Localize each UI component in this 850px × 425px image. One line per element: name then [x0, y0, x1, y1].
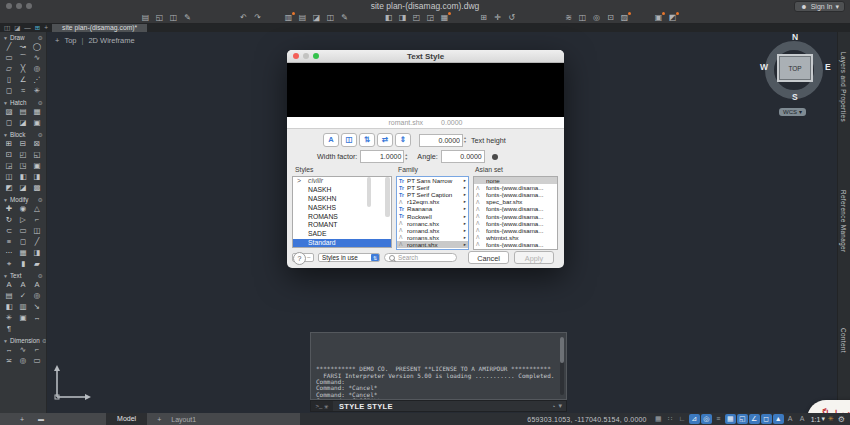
gear-icon[interactable]: ⚙: [38, 99, 43, 106]
width-factor-field[interactable]: 1.0000: [360, 150, 404, 163]
style-list-item[interactable]: ROMANS: [293, 213, 391, 222]
toolbar-icon[interactable]: ◲: [425, 13, 436, 22]
command-input-bar[interactable]: >_ ✳ STYLE STYLE ◔ ▾: [310, 400, 567, 412]
tool-icon[interactable]: ◫: [30, 226, 44, 236]
scrollbar[interactable]: [367, 177, 371, 207]
layouts-list-icon[interactable]: ▬: [38, 416, 44, 422]
dialog-minimize-button[interactable]: [303, 53, 309, 59]
toolbar-icon[interactable]: ↷: [252, 13, 263, 22]
tool-icon[interactable]: ▣: [30, 161, 44, 171]
collapse-arrow-icon[interactable]: ▼: [3, 338, 8, 344]
toolbar-icon[interactable]: ↶: [238, 13, 249, 22]
toolbar-icon[interactable]: ◫: [168, 13, 179, 22]
tabbar-icon[interactable]: —: [24, 24, 31, 32]
tabbar-icon[interactable]: +: [44, 24, 48, 32]
section-text[interactable]: ▼ Text ⚙: [0, 270, 46, 280]
performance-icon[interactable]: ✳: [828, 415, 834, 423]
font-family-item[interactable]: Λ romanc.shx ▸: [397, 220, 468, 227]
tool-icon[interactable]: ◻: [2, 118, 16, 128]
tool-icon[interactable]: ▤: [2, 291, 16, 301]
tool-icon[interactable]: ↔: [30, 313, 44, 323]
asian-set-item[interactable]: none: [474, 177, 557, 184]
toolbar-icon[interactable]: ✎: [339, 13, 350, 22]
tool-icon[interactable]: A: [30, 280, 44, 290]
scrollbar[interactable]: [560, 337, 564, 395]
wcs-dropdown[interactable]: WCS ▾: [779, 108, 806, 116]
tool-icon[interactable]: ▭: [16, 226, 30, 236]
tool-icon[interactable]: ◯: [30, 42, 44, 52]
palette-tab[interactable]: Reference Manager: [840, 190, 847, 252]
style-list-item[interactable]: NASKHN: [293, 195, 391, 204]
toolbar-icon[interactable]: ◩: [667, 13, 678, 22]
gear-icon[interactable]: ⚙: [42, 337, 47, 344]
status-toggle-icon[interactable]: ⊿: [689, 414, 700, 424]
palette-tab[interactable]: Layers and Properties: [840, 52, 847, 122]
tool-icon[interactable]: ▭: [2, 53, 16, 63]
status-toggle-icon[interactable]: A: [797, 414, 808, 424]
asian-set-item[interactable]: Λ spec_bar.shx: [474, 198, 557, 205]
asian-set-item[interactable]: Λ fonts-(www.disama...: [474, 212, 557, 219]
viewport-view-label[interactable]: Top: [64, 36, 76, 45]
section-modify[interactable]: ▼ Modify ⚙: [0, 194, 46, 204]
gear-icon[interactable]: ⚙: [38, 196, 43, 203]
tool-icon[interactable]: ◱: [30, 150, 44, 160]
tool-icon[interactable]: ▰: [30, 259, 44, 269]
command-history-window[interactable]: *********** DEMO CO. PRESENT **LICENSE T…: [310, 332, 567, 400]
stepper-control[interactable]: ▴▾: [405, 153, 407, 161]
status-toggle-icon[interactable]: ◎: [701, 414, 712, 424]
tool-icon[interactable]: ✓: [16, 291, 30, 301]
compass-east[interactable]: E: [825, 62, 831, 72]
tool-icon[interactable]: ◎: [16, 356, 30, 366]
tool-icon[interactable]: ↻: [2, 215, 16, 225]
toolbar-icon[interactable]: ↺: [506, 13, 517, 22]
tool-icon[interactable]: ✳: [2, 313, 16, 323]
tool-icon[interactable]: ▱: [2, 64, 16, 74]
toolbar-icon[interactable]: ◧: [383, 13, 394, 22]
tool-icon[interactable]: ▦: [16, 248, 30, 258]
font-family-item[interactable]: Tr PT Sans Narrow ▸: [397, 177, 468, 184]
toolbar-icon[interactable]: ▨: [619, 13, 630, 22]
asian-set-item[interactable]: Λ fonts-(www.disama...: [474, 227, 557, 234]
tool-icon[interactable]: ◰: [16, 150, 30, 160]
style-list-item[interactable]: >civilir: [293, 177, 391, 186]
sign-in-button[interactable]: ☻ Sign In ▾: [794, 1, 845, 12]
style-toggle-button[interactable]: ⇅: [359, 133, 375, 147]
tool-icon[interactable]: ⊠: [30, 139, 44, 149]
tool-icon[interactable]: ◨: [30, 172, 44, 182]
tool-icon[interactable]: ↔: [2, 345, 16, 355]
asian-set-item[interactable]: Λ fonts-(www.disama...: [474, 241, 557, 248]
tool-icon[interactable]: ✚: [2, 204, 16, 214]
tool-icon[interactable]: ▥: [16, 302, 30, 312]
style-list-item[interactable]: NASKH: [293, 186, 391, 195]
toolbar-icon[interactable]: ◫: [325, 13, 336, 22]
angle-dial-control[interactable]: [492, 154, 498, 160]
recent-commands-icon[interactable]: ◔: [551, 403, 555, 410]
toolbar-icon[interactable]: ◱: [154, 13, 165, 22]
toolbar-icon[interactable]: ▣: [653, 13, 664, 22]
chevron-down-icon[interactable]: ▾: [558, 402, 562, 410]
tool-icon[interactable]: ◳: [16, 161, 30, 171]
tool-icon[interactable]: ◩: [2, 183, 16, 193]
style-list-item[interactable]: ROMANT: [293, 221, 391, 230]
tool-icon[interactable]: ╱: [2, 42, 16, 52]
tool-icon[interactable]: ▣: [30, 118, 44, 128]
font-family-item[interactable]: Λ r12eqm.shx ▸: [397, 198, 468, 205]
status-toggle-icon[interactable]: ∷: [665, 414, 676, 424]
tool-icon[interactable]: ▮: [16, 259, 30, 269]
status-toggle-icon[interactable]: A: [785, 414, 796, 424]
asian-set-item[interactable]: Λ whtmtxt.shx: [474, 234, 557, 241]
dialog-zoom-button[interactable]: [313, 53, 319, 59]
disclosure-icon[interactable]: >: [297, 177, 301, 186]
toolbar-icon[interactable]: ◪: [311, 13, 322, 22]
asian-set-item[interactable]: Λ fonts-(www.disama...: [474, 220, 557, 227]
status-toggle-icon[interactable]: ◱: [737, 414, 748, 424]
style-toggle-button[interactable]: A: [323, 133, 339, 147]
tool-icon[interactable]: ◧: [2, 302, 16, 312]
tabbar-icon[interactable]: ◫: [4, 24, 10, 32]
layout1-tab[interactable]: Layout1: [171, 416, 196, 423]
cancel-button[interactable]: Cancel: [468, 251, 509, 264]
collapse-arrow-icon[interactable]: ▼: [3, 273, 8, 279]
font-family-item[interactable]: Λ romand.shx ▸: [397, 227, 468, 234]
style-list-item[interactable]: NASKHS: [293, 204, 391, 213]
tabbar-icon[interactable]: ⊞: [35, 24, 40, 32]
